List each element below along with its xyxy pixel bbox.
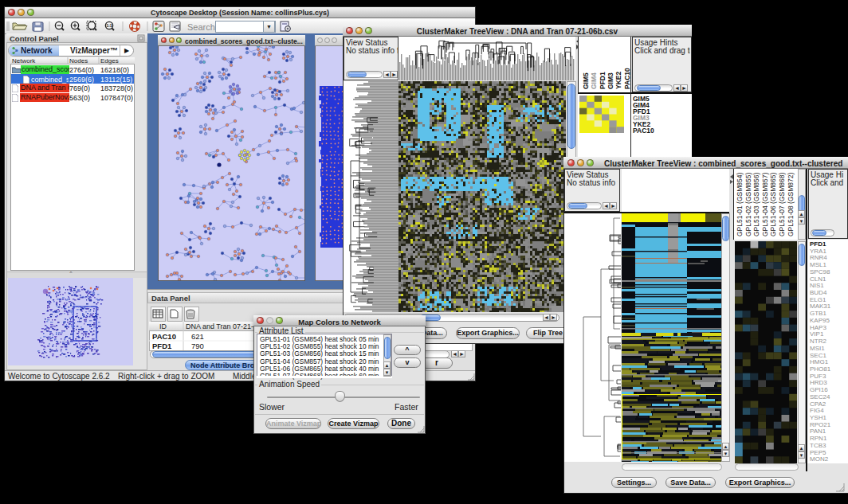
svg-text:1:1: 1:1 xyxy=(106,23,112,28)
